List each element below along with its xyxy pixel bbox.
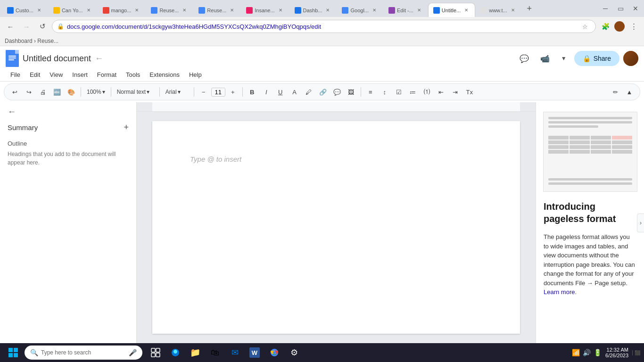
meet-icon-button[interactable]: 📹 (537, 50, 553, 67)
tab-close-3[interactable]: ✕ (133, 7, 140, 14)
align-button[interactable]: ≡ (364, 85, 377, 99)
italic-button[interactable]: I (260, 85, 273, 99)
sidebar-outline-hint: Headings that you add to the document wi… (8, 150, 129, 167)
volume-icon[interactable]: 🔊 (583, 349, 591, 356)
svg-rect-12 (156, 348, 160, 352)
tab-4[interactable]: Reuse... ✕ (146, 3, 193, 17)
chat-icon-button[interactable]: 💬 (516, 50, 533, 67)
numbered-list-button[interactable]: ⑴ (421, 85, 434, 99)
reload-button[interactable]: ↺ (36, 20, 49, 33)
tab-10-active[interactable]: Untitle... ✕ (428, 3, 475, 17)
start-button[interactable] (4, 343, 23, 362)
spellcheck-button[interactable]: 🔤 (50, 85, 64, 99)
tab-2[interactable]: Can Yo... ✕ (48, 3, 98, 17)
undo-button[interactable]: ↩ (8, 85, 21, 99)
font-size-increase-button[interactable]: + (226, 85, 239, 99)
menu-insert[interactable]: Insert (67, 69, 92, 80)
bookmark-icon[interactable]: ☆ (579, 21, 591, 32)
tab-close-9[interactable]: ✕ (415, 7, 423, 14)
settings-button[interactable]: ⚙ (285, 343, 304, 362)
underline-button[interactable]: U (274, 85, 287, 99)
highlight-color-button[interactable]: 🖊 (302, 85, 315, 99)
tab-close-4[interactable]: ✕ (181, 7, 188, 14)
store-button[interactable]: 🛍 (206, 343, 224, 362)
print-button[interactable]: 🖨 (36, 85, 50, 99)
tab-11[interactable]: www.t... ✕ (475, 3, 522, 17)
tab-6[interactable]: Insane... ✕ (241, 3, 289, 17)
share-button[interactable]: 🔒 Share (574, 51, 619, 66)
sidebar-back-button[interactable]: ← (8, 107, 129, 117)
font-size-decrease-button[interactable]: − (197, 85, 210, 99)
new-tab-button[interactable]: + (524, 3, 535, 14)
user-avatar[interactable] (623, 51, 638, 66)
file-explorer-button[interactable]: 📁 (186, 343, 205, 362)
edge-button[interactable] (166, 343, 185, 362)
tab-1[interactable]: Custo... ✕ (2, 3, 48, 17)
learn-more-link[interactable]: Learn more (544, 288, 575, 296)
sidebar-add-button[interactable]: + (124, 123, 129, 132)
decrease-indent-button[interactable]: ⇤ (435, 85, 448, 99)
chrome-button[interactable] (265, 343, 284, 362)
collapse-toolbar-button[interactable]: ▲ (623, 85, 636, 99)
taskbar-clock[interactable]: 12:32 AM 6/26/2023 (605, 347, 628, 358)
comment-button[interactable]: 💬 (330, 85, 344, 99)
panel-collapse-button[interactable]: › (637, 214, 644, 232)
bullet-list-button[interactable]: ≔ (406, 85, 420, 99)
address-bar[interactable]: 🔒 docs.google.com/document/d/1sckgyw3hte… (52, 20, 596, 33)
tab-5[interactable]: Reuse... ✕ (193, 3, 241, 17)
network-icon[interactable]: 📶 (572, 349, 580, 356)
clear-formatting-button[interactable]: Tx (463, 85, 476, 99)
menu-file[interactable]: File (6, 69, 25, 80)
show-desktop-button[interactable]: ⬛ (632, 350, 640, 355)
battery-icon[interactable]: 🔋 (594, 349, 602, 356)
increase-indent-button[interactable]: ⇥ (449, 85, 462, 99)
more-formatting-button[interactable]: ✏ (609, 85, 622, 99)
docs-star-icon[interactable]: ← (95, 54, 103, 64)
tab-close-11[interactable]: ✕ (509, 7, 517, 14)
tab-close-5[interactable]: ✕ (228, 7, 236, 14)
tab-3[interactable]: mango... ✕ (98, 3, 146, 17)
word-button[interactable]: W (245, 343, 264, 362)
extensions-button[interactable]: 🧩 (599, 20, 612, 33)
tab-7[interactable]: Dashb... ✕ (289, 3, 337, 17)
font-dropdown[interactable]: Arial ▾ (163, 88, 191, 96)
mail-button[interactable]: ✉ (225, 343, 244, 362)
menu-edit[interactable]: Edit (25, 69, 45, 80)
menu-help[interactable]: Help (184, 69, 206, 80)
taskbar-search[interactable]: 🔍 Type here to search 🎤 (25, 346, 142, 360)
tab-bar-controls: ─ ▭ ✕ (599, 2, 642, 15)
tab-close-6[interactable]: ✕ (277, 7, 284, 14)
style-dropdown[interactable]: Normal text ▾ (114, 88, 157, 96)
tab-close-7[interactable]: ✕ (324, 7, 331, 14)
paint-format-button[interactable]: 🎨 (65, 85, 78, 99)
tab-close-8[interactable]: ✕ (371, 7, 378, 14)
user-profile-button[interactable] (613, 20, 626, 33)
link-button[interactable]: 🔗 (316, 85, 330, 99)
browser-menu-button[interactable]: ⋮ (627, 20, 640, 33)
meet-dropdown-button[interactable]: ▼ (557, 52, 570, 65)
checklist-button[interactable]: ☑ (392, 85, 405, 99)
redo-button[interactable]: ↪ (22, 85, 35, 99)
menu-view[interactable]: View (45, 69, 67, 80)
line-spacing-button[interactable]: ↕ (378, 85, 391, 99)
doc-page[interactable]: Type @ to insert (152, 121, 520, 334)
close-window-button[interactable]: ✕ (629, 2, 642, 15)
zoom-dropdown[interactable]: 100% ▾ (84, 88, 108, 96)
forward-button[interactable]: → (20, 20, 33, 33)
tab-close-10[interactable]: ✕ (462, 7, 470, 14)
font-size-field[interactable]: 11 (211, 88, 225, 97)
back-button[interactable]: ← (4, 20, 17, 33)
tab-8[interactable]: Googl... ✕ (337, 3, 383, 17)
tab-close-1[interactable]: ✕ (35, 7, 43, 14)
tab-close-2[interactable]: ✕ (85, 7, 92, 14)
text-color-button[interactable]: A (288, 85, 301, 99)
image-button[interactable]: 🖼 (345, 85, 358, 99)
menu-tools[interactable]: Tools (121, 69, 145, 80)
bold-button[interactable]: B (246, 85, 259, 99)
menu-extensions[interactable]: Extensions (145, 69, 184, 80)
minimize-button[interactable]: ─ (599, 2, 612, 15)
maximize-button[interactable]: ▭ (614, 2, 627, 15)
tab-9[interactable]: Edit -... ✕ (383, 3, 428, 17)
menu-format[interactable]: Format (92, 69, 121, 80)
task-view-button[interactable] (146, 343, 165, 362)
